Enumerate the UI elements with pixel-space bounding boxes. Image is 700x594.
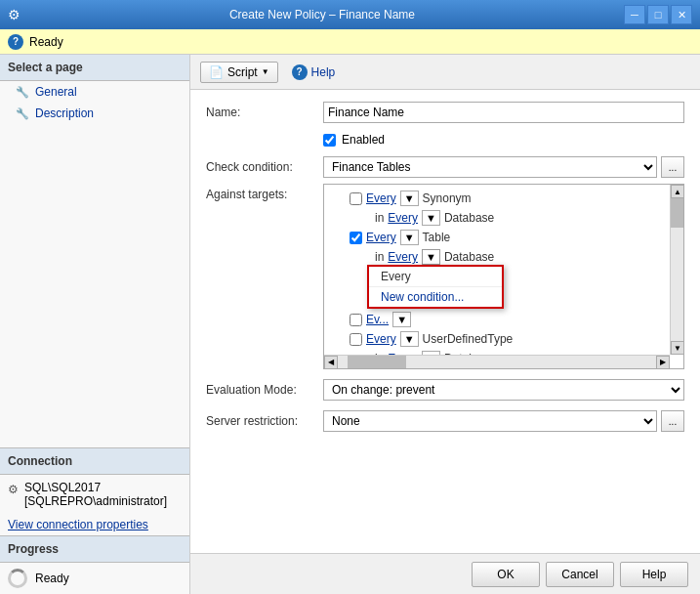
script-label: Script (227, 65, 258, 79)
check-condition-select[interactable]: Finance Tables (323, 156, 657, 178)
udt-text: UserDefinedType (423, 332, 514, 346)
every-link-udt[interactable]: Every (366, 332, 396, 346)
synonym-checkbox[interactable] (350, 192, 362, 205)
maximize-button[interactable]: □ (647, 5, 669, 24)
close-button[interactable]: ✕ (671, 5, 692, 24)
server-restriction-row: Server restriction: None ... (206, 410, 684, 432)
table-row: Every ▼ Table (328, 228, 666, 247)
scroll-right-button[interactable]: ▶ (656, 356, 670, 369)
enabled-label: Enabled (342, 133, 385, 147)
against-targets-label: Against targets: (206, 184, 323, 369)
h-scroll-track (338, 356, 656, 369)
targets-box: ▲ ▼ Every ▼ Synonym (323, 184, 684, 369)
app-icon: ⚙ (8, 7, 21, 22)
server-icon: ⚙ (8, 483, 19, 496)
server-restriction-label: Server restriction: (206, 414, 323, 428)
window-title: Create New Policy – Finance Name (21, 8, 624, 21)
synonym-text: Synonym (423, 191, 472, 205)
scroll-down-button[interactable]: ▼ (671, 341, 684, 355)
sidebar-item-general[interactable]: 🔧 General (0, 81, 189, 103)
scroll-thumb[interactable] (671, 198, 684, 228)
help-icon: ? (292, 64, 308, 80)
progress-section-title: Progress (0, 535, 189, 563)
progress-spinner (8, 569, 27, 588)
table-row: Ev... ▼ (328, 310, 666, 329)
sidebar: Select a page 🔧 General 🔧 Description Co… (0, 55, 190, 594)
server-restriction-select[interactable]: None (323, 410, 657, 432)
status-bar: ? Ready (0, 29, 700, 55)
view-connection-link[interactable]: View connection properties (0, 514, 189, 535)
h-scrollbar: ◀ ▶ (324, 355, 670, 368)
targets-inner: Every ▼ Synonym in Every ▼ Database (324, 185, 683, 357)
title-bar: ⚙ Create New Policy – Finance Name ─ □ ✕ (0, 0, 700, 29)
progress-status: Ready (35, 572, 69, 585)
scroll-left-button[interactable]: ◀ (324, 356, 338, 369)
check-condition-row: Check condition: Finance Tables ... (206, 156, 684, 178)
minimize-button[interactable]: ─ (624, 5, 645, 24)
name-row: Name: (206, 102, 684, 123)
every-dropdown-synonym[interactable]: ▼ (400, 191, 419, 206)
sidebar-item-general-label: General (35, 85, 77, 99)
every-dropdown-udt[interactable]: ▼ (400, 331, 419, 347)
every-link-db1[interactable]: Every (388, 211, 418, 225)
every-link-table[interactable]: Every (366, 231, 396, 244)
check-condition-ellipsis-button[interactable]: ... (661, 156, 684, 178)
table-row: Every ▼ Synonym (328, 189, 666, 208)
form-area: Name: Enabled Check condition: Finance T… (190, 90, 700, 553)
name-input[interactable] (323, 102, 684, 123)
ok-button[interactable]: OK (472, 562, 540, 587)
udt-checkbox[interactable] (350, 333, 362, 346)
table-checkbox[interactable] (350, 232, 362, 244)
enabled-row: Enabled (206, 133, 684, 147)
connection-server: SQL\SQL2017 (24, 481, 167, 494)
script-button[interactable]: 📄 Script ▼ (200, 62, 278, 83)
connection-section-title: Connection (0, 447, 189, 475)
every-dropdown-db1[interactable]: ▼ (422, 210, 440, 226)
select-page-label: Select a page (0, 55, 189, 81)
wrench-icon-description: 🔧 (16, 107, 29, 120)
check-condition-label: Check condition: (206, 160, 323, 174)
toolbar: 📄 Script ▼ ? Help (190, 55, 700, 90)
main-layout: Select a page 🔧 General 🔧 Description Co… (0, 55, 700, 594)
ev-checkbox[interactable] (350, 314, 362, 326)
evaluation-mode-select[interactable]: On change: prevent On demand On schedule (323, 379, 684, 401)
every-link-db2[interactable]: Every (388, 250, 418, 264)
connection-user: [SQLREPRO\administrator] (24, 494, 167, 508)
help-label: Help (311, 65, 336, 79)
name-label: Name: (206, 106, 323, 119)
table-row: in Every ▼ Database (328, 208, 666, 228)
progress-item: Ready (0, 563, 189, 594)
info-icon: ? (8, 34, 23, 50)
table-row: in Every ▼ Database Every New condition.… (328, 247, 666, 267)
ev-link[interactable]: Ev... (366, 313, 389, 326)
popup-every-item[interactable]: Every (369, 267, 502, 286)
help-button[interactable]: ? Help (284, 62, 344, 83)
every-dropdown-table[interactable]: ▼ (400, 230, 419, 245)
h-scroll-thumb[interactable] (348, 356, 406, 369)
content-area: 📄 Script ▼ ? Help Name: Enabled (190, 55, 700, 594)
table-text: Table (423, 231, 451, 244)
db1-text: Database (444, 211, 494, 225)
evaluation-mode-label: Evaluation Mode: (206, 383, 323, 397)
scroll-up-button[interactable]: ▲ (671, 185, 684, 198)
dropdown-popup: Every New condition... (367, 265, 504, 309)
connection-info: ⚙ SQL\SQL2017 [SQLREPRO\administrator] (0, 475, 189, 514)
server-restriction-ellipsis-button[interactable]: ... (661, 410, 684, 432)
against-targets-section: Against targets: ▲ ▼ Eve (206, 184, 684, 369)
every-link-synonym[interactable]: Every (366, 191, 396, 205)
ev-dropdown[interactable]: ▼ (392, 312, 411, 327)
sidebar-item-description-label: Description (35, 106, 94, 120)
bottom-bar: OK Cancel Help (190, 553, 700, 594)
enabled-checkbox[interactable] (323, 134, 336, 147)
help-dialog-button[interactable]: Help (620, 562, 688, 587)
sidebar-item-description[interactable]: 🔧 Description (0, 103, 189, 124)
in-text-2: in (375, 250, 384, 264)
in-text-1: in (375, 211, 384, 225)
popup-new-condition-item[interactable]: New condition... (369, 286, 502, 307)
every-dropdown-db2[interactable]: ▼ (422, 249, 440, 265)
script-dropdown-arrow: ▼ (262, 67, 269, 76)
cancel-button[interactable]: Cancel (546, 562, 614, 587)
wrench-icon-general: 🔧 (16, 86, 29, 99)
evaluation-mode-row: Evaluation Mode: On change: prevent On d… (206, 379, 684, 401)
table-row: Every ▼ UserDefinedType (328, 329, 666, 349)
